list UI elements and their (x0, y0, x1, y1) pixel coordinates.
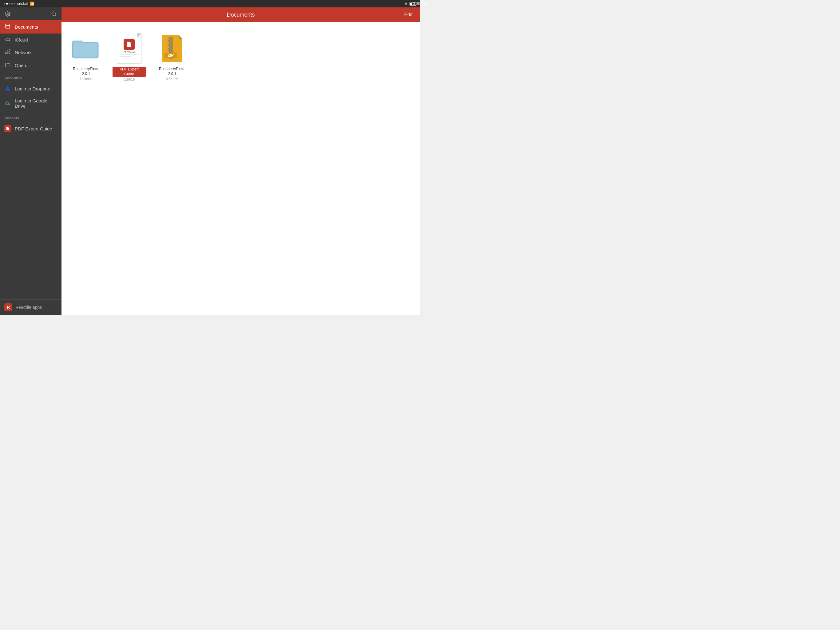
folder-name: RaspberryPints-2.0.1 (69, 67, 103, 76)
zip-icon: ZIP (159, 33, 185, 63)
svg-rect-21 (167, 50, 170, 51)
accounts-section-header: Accounts (0, 72, 62, 82)
sidebar-item-network-label: Network (15, 50, 32, 55)
svg-rect-18 (170, 46, 172, 47)
carrier-label: cricket (17, 2, 28, 6)
readdle-logo: R (4, 303, 12, 311)
wifi-icon: 📶 (30, 2, 35, 6)
signal-dot-2 (6, 3, 8, 5)
open-icon (4, 62, 11, 69)
pdf-lines (120, 54, 139, 57)
network-icon (4, 49, 11, 56)
sidebar-item-documents-label: Documents (15, 24, 38, 30)
zip-thumb-container: ZIP (158, 32, 186, 64)
status-left: cricket 📶 (4, 2, 35, 6)
svg-rect-17 (167, 45, 170, 46)
pdf-thumb-container: PDF Expert (115, 32, 143, 64)
folder-icon (72, 36, 100, 60)
sidebar-recent-pdf[interactable]: PDF Expert Guide (0, 122, 62, 135)
folder-meta: 14 items (80, 77, 93, 81)
file-item-pdf[interactable]: PDF Expert PDF Expert Guide 6/28/16 (111, 30, 148, 84)
signal-dot-3 (9, 3, 11, 5)
svg-rect-14 (170, 41, 172, 43)
svg-text:ZIP: ZIP (167, 53, 174, 57)
svg-rect-12 (170, 39, 172, 40)
svg-rect-3 (6, 52, 6, 54)
dropbox-icon (4, 85, 11, 92)
sidebar-header (0, 7, 62, 20)
bluetooth-icon: ✱ (404, 2, 408, 6)
pdf-recent-icon (4, 125, 11, 132)
toolbar-title: Documents (227, 12, 254, 18)
sidebar-item-open-label: Open... (15, 63, 30, 68)
search-button[interactable] (51, 11, 57, 17)
edit-button[interactable]: Edit (401, 11, 415, 19)
svg-rect-16 (170, 44, 172, 45)
settings-button[interactable] (4, 11, 11, 17)
signal-dot-4 (11, 3, 13, 5)
sidebar-recent-pdf-label: PDF Expert Guide (15, 126, 52, 131)
sidebar-item-gdrive[interactable]: Login to Google Drive (0, 95, 62, 112)
file-item-zip[interactable]: ZIP RaspberryPints-2.0.1 3:33 PM (154, 30, 191, 84)
sidebar-item-dropbox[interactable]: Login to Dropbox (0, 82, 62, 95)
gdrive-icon (4, 100, 11, 107)
file-grid: RaspberryPints-2.0.1 14 items PDF Expert (62, 22, 420, 315)
sidebar-item-icloud[interactable]: iCloud (0, 33, 62, 46)
svg-rect-9 (74, 43, 98, 57)
sidebar-item-dropbox-label: Login to Dropbox (15, 86, 50, 91)
svg-rect-19 (167, 47, 170, 49)
status-bar: cricket 📶 3:35 PM ✱ (0, 0, 420, 7)
svg-rect-2 (6, 24, 10, 28)
readdle-label: Readdle apps (15, 305, 42, 310)
pdf-expert-text-label: PDF Expert (123, 51, 135, 53)
pdf-thumbnail: PDF Expert (117, 33, 141, 64)
main-content: Documents Edit RaspberryPints-2.0.1 14 i… (62, 7, 420, 315)
pdf-meta: 6/28/16 (123, 78, 135, 81)
battery-fill (410, 3, 412, 5)
svg-rect-5 (9, 49, 10, 54)
sidebar-item-network[interactable]: Network (0, 46, 62, 59)
sidebar-item-documents[interactable]: Documents (0, 20, 62, 33)
pdf-logo-badge (123, 39, 135, 50)
readdle-footer[interactable]: R Readdle apps (0, 299, 62, 315)
signal-dots (4, 3, 15, 5)
sidebar-item-open[interactable]: Open... (0, 59, 62, 72)
svg-rect-4 (7, 51, 8, 54)
folder-thumb (72, 32, 100, 64)
battery-indicator (409, 2, 416, 6)
sidebar-nav: Documents iCloud (0, 20, 62, 299)
sidebar-item-icloud-label: iCloud (15, 37, 28, 43)
svg-point-1 (52, 12, 55, 15)
svg-rect-15 (167, 43, 170, 44)
zip-meta: 3:33 PM (166, 77, 178, 81)
pdf-line-1 (120, 54, 139, 55)
zip-name: RaspberryPints-2.0.1 (156, 67, 189, 76)
status-right: ✱ (404, 2, 416, 6)
pdf-name: PDF Expert Guide (112, 67, 146, 77)
pdf-line-2 (120, 56, 131, 57)
signal-dot-1 (4, 3, 6, 5)
icloud-icon (4, 36, 11, 43)
sidebar: Documents iCloud (0, 7, 62, 315)
documents-icon (4, 24, 11, 30)
svg-rect-13 (167, 40, 170, 41)
file-item-folder[interactable]: RaspberryPints-2.0.1 14 items (68, 30, 104, 84)
svg-point-0 (7, 13, 9, 15)
signal-dot-5 (14, 3, 15, 5)
svg-rect-11 (167, 38, 170, 39)
recents-section-header: Recents (0, 112, 62, 122)
toolbar: Documents Edit (62, 7, 420, 22)
app-container: Documents iCloud (0, 7, 420, 315)
svg-rect-20 (170, 49, 172, 50)
pdf-icon-badge (4, 125, 11, 132)
sidebar-item-gdrive-label: Login to Google Drive (15, 98, 57, 109)
svg-rect-22 (170, 51, 172, 52)
